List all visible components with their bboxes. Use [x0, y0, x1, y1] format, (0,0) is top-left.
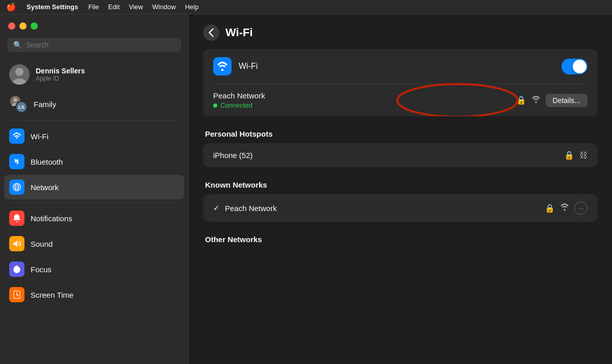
known-networks-card: ✓ Peach Network 🔒 ···: [203, 194, 598, 222]
sidebar-item-wifi[interactable]: Wi-Fi: [4, 124, 184, 148]
content-body: Wi-Fi Peach Network Connected: [189, 49, 612, 249]
connected-network-row: Peach Network Connected �: [203, 84, 598, 116]
back-button[interactable]: [203, 24, 219, 41]
app-window: 🔍 Dennis Sellers Apple ID: [0, 14, 612, 364]
menu-bar: 🍎 System Settings File Edit View Window …: [0, 0, 612, 14]
hotspot-icons: 🔒 ⛓: [564, 150, 588, 160]
search-box: 🔍: [7, 38, 181, 52]
menu-view[interactable]: View: [129, 3, 143, 11]
apple-menu[interactable]: 🍎: [6, 2, 16, 12]
status-dot: [213, 103, 217, 108]
menu-help[interactable]: Help: [185, 3, 199, 11]
svg-point-4: [13, 98, 17, 102]
sidebar-item-focus[interactable]: Focus: [4, 257, 184, 281]
svg-point-17: [535, 101, 537, 102]
notifications-nav-icon: [9, 211, 24, 226]
more-options-button[interactable]: ···: [574, 201, 588, 215]
hotspots-section-label: Personal Hotspots: [203, 126, 598, 143]
page-title: Wi-Fi: [225, 26, 253, 39]
known-wifi-icon: [560, 203, 569, 213]
wifi-signal-icon: [531, 96, 541, 105]
family-avatar-group: LS: [9, 95, 28, 113]
maximize-button[interactable]: [31, 22, 38, 30]
window-controls: [0, 14, 188, 36]
known-network-icons: 🔒 ···: [545, 201, 588, 215]
checkmark-icon: ✓: [213, 203, 220, 213]
other-networks-section-label: Other Networks: [203, 232, 598, 249]
user-subtitle: Apple ID: [36, 75, 85, 82]
focus-nav-icon: [9, 262, 24, 277]
wifi-card: Wi-Fi Peach Network Connected: [203, 49, 598, 116]
sound-nav-label: Sound: [31, 240, 53, 248]
sidebar-item-screentime[interactable]: Screen Time: [4, 282, 184, 307]
sidebar-item-sound[interactable]: Sound: [4, 231, 184, 256]
search-container: 🔍: [0, 36, 188, 59]
sound-nav-icon: [9, 236, 24, 251]
network-name: Peach Network: [213, 91, 506, 100]
sidebar-section: Dennis Sellers Apple ID LS: [0, 59, 188, 364]
svg-marker-11: [13, 241, 17, 247]
wifi-main-label: Wi-Fi: [239, 62, 554, 71]
known-networks-section-label: Known Networks: [203, 177, 598, 194]
toggle-knob: [573, 60, 586, 73]
bluetooth-nav-label: Bluetooth: [31, 158, 63, 166]
menu-window[interactable]: Window: [152, 3, 175, 11]
content-header: Wi-Fi: [189, 14, 612, 49]
wifi-toggle-row: Wi-Fi: [203, 49, 598, 84]
menu-bar-items: File Edit View Window Help: [88, 3, 198, 11]
notifications-nav-label: Notifications: [31, 214, 72, 223]
menu-edit[interactable]: Edit: [108, 3, 119, 11]
network-actions: 🔒 Details...: [511, 94, 588, 107]
bluetooth-nav-icon: [9, 154, 24, 169]
sidebar-divider-2: [9, 202, 179, 203]
svg-line-14: [17, 295, 18, 296]
wifi-icon: [213, 57, 232, 75]
known-network-row: ✓ Peach Network 🔒 ···: [203, 194, 598, 222]
wifi-nav-icon: [9, 128, 24, 144]
sidebar-item-notifications[interactable]: Notifications: [4, 206, 184, 230]
network-nav-label: Network: [31, 183, 59, 192]
hotspots-card: iPhone (52) 🔒 ⛓: [203, 143, 598, 167]
family-label: Family: [34, 100, 56, 109]
svg-point-18: [564, 209, 566, 211]
search-icon: 🔍: [13, 41, 22, 49]
wifi-nav-label: Wi-Fi: [31, 132, 48, 141]
close-button[interactable]: [8, 22, 15, 30]
hotspot-row: iPhone (52) 🔒 ⛓: [203, 143, 598, 167]
sidebar: 🔍 Dennis Sellers Apple ID: [0, 14, 189, 364]
user-profile-item[interactable]: Dennis Sellers Apple ID: [4, 59, 184, 90]
wifi-toggle[interactable]: [562, 59, 588, 74]
status-text: Connected: [220, 101, 252, 109]
main-content: Wi-Fi Wi-Fi: [189, 14, 612, 364]
user-info: Dennis Sellers Apple ID: [36, 67, 85, 82]
sidebar-divider-1: [9, 120, 179, 121]
screentime-nav-icon: [9, 287, 24, 302]
family-avatar-2: LS: [15, 101, 28, 113]
app-name: System Settings: [27, 3, 78, 11]
network-status: Connected: [213, 101, 506, 109]
network-nav-icon: [9, 179, 24, 195]
minimize-button[interactable]: [19, 22, 27, 30]
sidebar-item-family[interactable]: LS Family: [4, 91, 184, 117]
avatar: [9, 64, 30, 85]
screentime-nav-label: Screen Time: [31, 291, 73, 299]
svg-point-15: [221, 69, 224, 71]
lock-icon: 🔒: [516, 95, 526, 105]
hotspot-link-icon: ⛓: [579, 151, 588, 160]
sidebar-item-bluetooth[interactable]: Bluetooth: [4, 149, 184, 174]
network-info: Peach Network Connected: [213, 91, 506, 109]
svg-point-1: [15, 68, 23, 76]
known-lock-icon: 🔒: [545, 203, 555, 213]
focus-nav-label: Focus: [31, 265, 52, 274]
hotspot-name: iPhone (52): [213, 151, 564, 160]
hotspot-lock-icon: 🔒: [564, 150, 574, 160]
sidebar-item-network[interactable]: Network: [4, 175, 184, 199]
known-network-name: Peach Network: [225, 204, 545, 213]
search-input[interactable]: [26, 41, 175, 49]
user-name: Dennis Sellers: [36, 67, 85, 75]
details-button[interactable]: Details...: [546, 94, 588, 107]
menu-file[interactable]: File: [88, 3, 99, 11]
